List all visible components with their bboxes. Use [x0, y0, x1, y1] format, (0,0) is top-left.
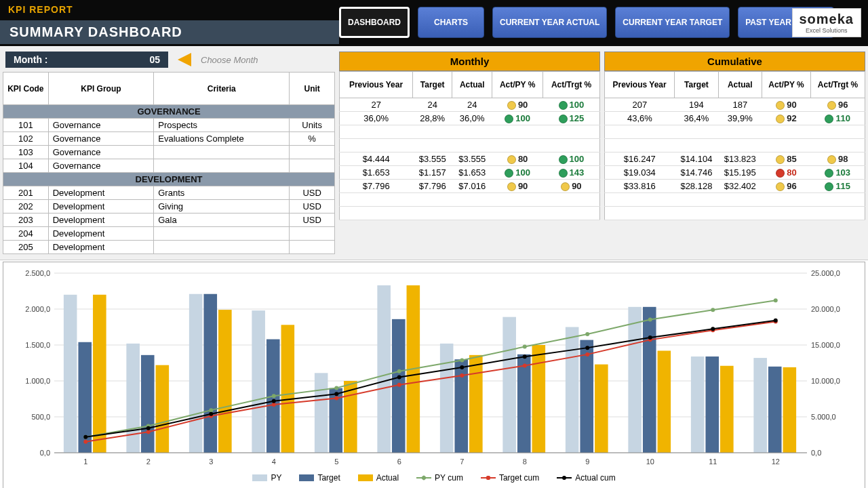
metric-row [340, 125, 600, 139]
cell-acttrg: 98 [810, 152, 865, 166]
cell-acttrg: 100 [543, 152, 600, 166]
cell-actpy: 90 [762, 98, 811, 112]
cell-group: Governance [48, 119, 154, 132]
cell-actual: $32.402 [718, 180, 762, 193]
cell-unit: USD [290, 214, 335, 227]
cell-unit [290, 159, 335, 173]
c-col-py: Previous Year [605, 72, 675, 98]
svg-rect-25 [502, 317, 516, 453]
svg-rect-44 [218, 310, 232, 453]
svg-rect-32 [203, 294, 217, 453]
table-row[interactable]: 203 Development Gala USD [3, 214, 335, 227]
cell-actual: $3.555 [452, 152, 492, 166]
svg-text:10: 10 [646, 458, 654, 466]
svg-rect-20 [189, 294, 203, 453]
cell-code: 204 [3, 227, 49, 241]
cell-py: 27 [340, 98, 413, 112]
table-row[interactable]: 101 Governance Prospects Units [3, 119, 335, 132]
svg-text:11: 11 [709, 458, 717, 466]
svg-rect-19 [126, 344, 140, 453]
chart-canvas: 0,0500,01.000,01.500,02.000,02.500,00,05… [9, 266, 859, 470]
monthly-table: Previous Year Target Actual Act/PY % Act… [339, 71, 600, 220]
cell-actual: $7.016 [452, 180, 492, 193]
svg-text:7: 7 [460, 458, 464, 466]
metric-row: 27 24 24 90 100 [340, 98, 600, 112]
c-col-actpy: Act/PY % [762, 72, 811, 98]
metric-row [340, 207, 600, 220]
cell-py: 36,0% [340, 112, 413, 125]
svg-text:10.000,0: 10.000,0 [811, 377, 840, 385]
cell-group: Development [48, 227, 154, 241]
status-dot [776, 115, 785, 123]
c-col-actual: Actual [718, 72, 762, 98]
metric-row: $33.816 $28.128 $32.402 96 115 [605, 180, 865, 193]
cell-criteria [154, 146, 290, 159]
cell-criteria: Evaluations Complete [154, 132, 290, 146]
table-row[interactable]: 103 Governance [3, 146, 335, 159]
svg-rect-50 [595, 365, 608, 453]
status-dot [559, 101, 568, 110]
svg-rect-18 [64, 295, 77, 453]
table-row[interactable]: 201 Development Grants USD [3, 186, 335, 200]
svg-text:20.000,0: 20.000,0 [811, 305, 840, 313]
monthly-title: Monthly [339, 52, 600, 71]
cell-code: 203 [3, 214, 49, 227]
month-selector[interactable]: Month : 05 [5, 52, 168, 68]
cell-code: 205 [3, 241, 49, 254]
svg-text:6: 6 [397, 458, 401, 466]
cell-actual: $13.823 [718, 152, 762, 166]
table-row[interactable]: 104 Governance [3, 159, 335, 173]
col-code: KPI Code [3, 73, 49, 105]
metric-row [605, 207, 865, 220]
nav-current-target[interactable]: CURRENT YEAR TARGET [615, 7, 730, 38]
cell-criteria [154, 227, 290, 241]
table-row[interactable]: 202 Development Giving USD [3, 200, 335, 214]
cell-code: 202 [3, 200, 49, 214]
cell-py: $1.653 [340, 166, 413, 180]
table-row[interactable]: 102 Governance Evaluations Complete % [3, 132, 335, 146]
table-row[interactable]: 204 Development [3, 227, 335, 241]
metric-row: $1.653 $1.157 $1.653 100 143 [340, 166, 600, 180]
nav-dashboard[interactable]: DASHBOARD [339, 7, 410, 38]
cell-target: 28,8% [412, 112, 452, 125]
legend-actualcum: Actual cum [557, 473, 615, 483]
m-col-acttrg: Act/Trgt % [543, 72, 600, 98]
cell-group: Development [48, 200, 154, 214]
legend-py: PY [252, 473, 281, 483]
status-dot [825, 182, 833, 191]
svg-rect-27 [628, 307, 642, 453]
metric-row: 36,0% 28,8% 36,0% 100 125 [340, 112, 600, 125]
svg-text:1.000,0: 1.000,0 [25, 377, 50, 385]
svg-rect-23 [377, 285, 391, 453]
chart-legend: PY Target Actual PY cum Target cum Actua… [9, 472, 859, 483]
nav-current-actual[interactable]: CURRENT YEAR ACTUAL [492, 7, 607, 38]
svg-rect-40 [705, 357, 719, 453]
cell-target: 36,4% [675, 112, 718, 125]
cell-criteria: Grants [154, 186, 290, 200]
cell-target: 194 [675, 98, 718, 112]
cell-actpy: 80 [762, 166, 811, 180]
cell-acttrg: 143 [543, 166, 600, 180]
table-row[interactable]: 205 Development [3, 241, 335, 254]
nav-charts[interactable]: CHARTS [418, 7, 484, 38]
page-subtitle: SUMMARY DASHBOARD [0, 20, 339, 44]
arrow-left-icon [178, 53, 191, 66]
svg-text:1.500,0: 1.500,0 [25, 341, 50, 349]
cell-py: 43,6% [605, 112, 675, 125]
svg-rect-43 [156, 365, 170, 453]
svg-rect-48 [469, 355, 483, 453]
cell-actual: 39,9% [718, 112, 762, 125]
m-col-actpy: Act/PY % [492, 72, 542, 98]
cell-code: 101 [3, 119, 49, 132]
report-title: KPI REPORT [8, 4, 73, 15]
status-dot [827, 155, 836, 164]
metric-row [605, 125, 865, 139]
svg-text:2.000,0: 2.000,0 [25, 305, 50, 313]
cell-py: $16.247 [605, 152, 675, 166]
status-dot [825, 169, 833, 178]
cell-group: Governance [48, 146, 154, 159]
svg-rect-51 [658, 350, 671, 453]
cell-actual: 187 [718, 98, 762, 112]
svg-text:500,0: 500,0 [31, 413, 50, 421]
metric-row: $16.247 $14.104 $13.823 85 98 [605, 152, 865, 166]
